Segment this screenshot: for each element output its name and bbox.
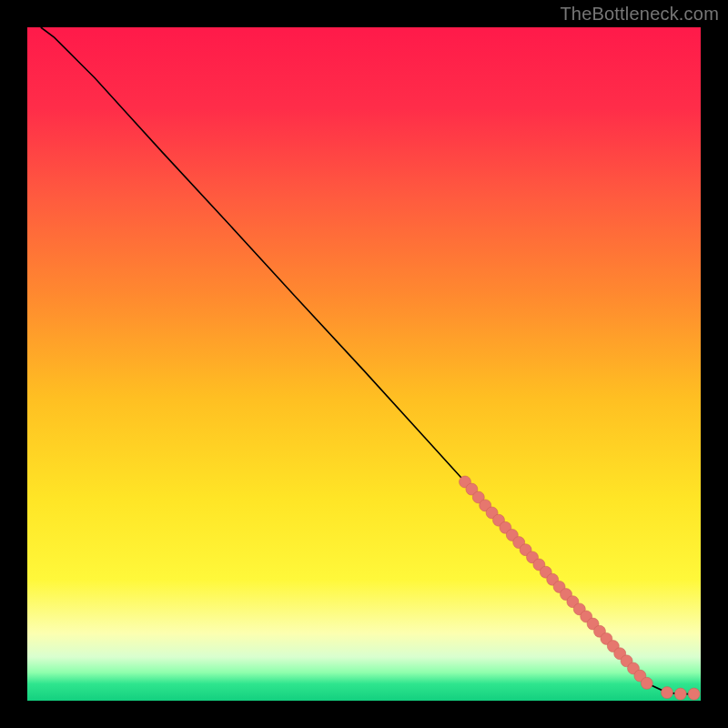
- plot-background: [27, 27, 701, 701]
- data-marker: [688, 688, 700, 700]
- data-marker: [641, 677, 652, 689]
- data-marker: [674, 688, 686, 700]
- chart-container: TheBottleneck.com: [0, 0, 728, 728]
- bottleneck-chart: [0, 0, 728, 728]
- data-marker: [662, 687, 673, 699]
